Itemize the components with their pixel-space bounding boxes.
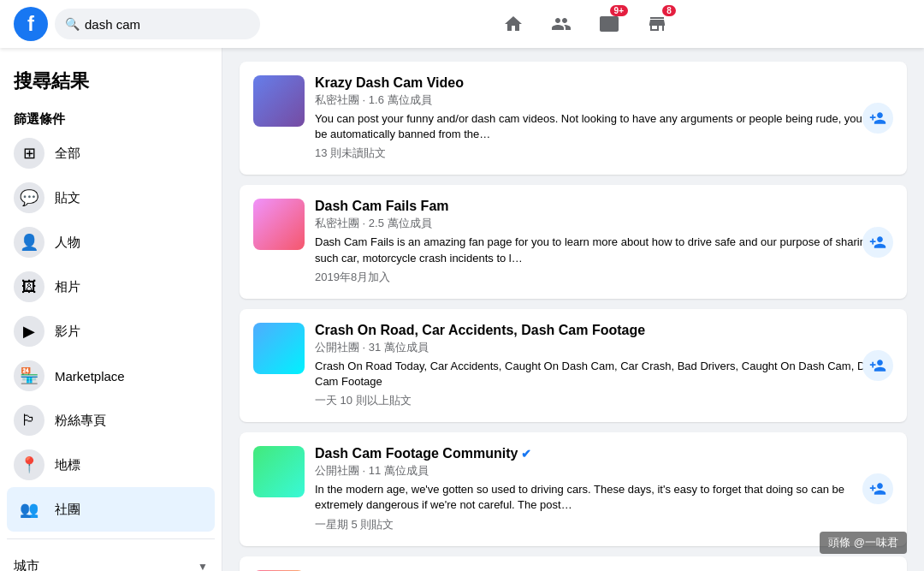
group-activity: 一星期 5 則貼文: [315, 517, 893, 532]
posts-label: 貼文: [55, 190, 80, 206]
photos-icon: 🖼: [14, 271, 44, 302]
all-label: 全部: [55, 146, 80, 162]
group-info: Krazy Dash Cam Video 私密社團 · 1.6 萬位成員 You…: [315, 75, 893, 161]
sidebar-title: 搜尋結果: [7, 62, 215, 104]
group-result-card: Krazy Dash Cam Video 私密社團 · 1.6 萬位成員 You…: [240, 62, 907, 175]
watch-badge: 9+: [610, 5, 628, 16]
videos-label: 影片: [55, 324, 80, 340]
sidebar-item-groups[interactable]: 👥 社團: [7, 487, 215, 532]
search-icon: 🔍: [65, 17, 80, 31]
group-description: Crash On Road Today, Car Accidents, Caug…: [315, 359, 893, 390]
nav-center: 9+ 8: [260, 3, 910, 45]
group-name: Crash On Road, Car Accidents, Dash Cam F…: [315, 323, 893, 338]
search-results-area: Krazy Dash Cam Video 私密社團 · 1.6 萬位成員 You…: [222, 48, 924, 571]
group-result-card: Dash Cam Fails Fam 私密社團 · 2.5 萬位成員 Dash …: [240, 185, 907, 298]
videos-icon: ▶: [14, 316, 44, 347]
chevron-down-icon: ▼: [198, 561, 208, 572]
group-activity: 2019年8月加入: [315, 270, 893, 285]
verified-icon: ✔: [521, 447, 531, 461]
pages-label: 粉絲專頁: [55, 413, 106, 429]
group-meta: 公開社團 · 11 萬位成員: [315, 463, 893, 479]
photos-label: 相片: [55, 279, 80, 295]
group-info: Dash Cam Fails Fam 私密社團 · 2.5 萬位成員 Dash …: [315, 199, 893, 284]
group-meta: 公開社團 · 31 萬位成員: [315, 340, 893, 355]
sidebar-item-pages[interactable]: 🏳 粉絲專頁: [7, 398, 215, 443]
marketplace-nav-button[interactable]: 8: [637, 3, 678, 45]
join-group-button[interactable]: [862, 350, 893, 381]
group-activity: 一天 10 則以上貼文: [315, 393, 893, 408]
pages-icon: 🏳: [14, 405, 44, 436]
groups-icon: 👥: [14, 494, 44, 525]
group-result-card: Crash On Road, Car Accidents, Dash Cam F…: [240, 309, 907, 422]
facebook-logo[interactable]: f: [14, 7, 48, 41]
home-nav-button[interactable]: [493, 3, 534, 45]
main-layout: 搜尋結果 篩選條件 ⊞ 全部 💬 貼文 👤 人物 🖼 相片 ▶ 影片 🏪 Mar…: [0, 48, 924, 571]
places-icon: 📍: [14, 449, 44, 480]
group-description: You can post your funny and/or dash cam …: [315, 111, 893, 142]
people-label: 人物: [55, 235, 80, 251]
filter-title: 篩選條件: [7, 104, 215, 131]
group-avatar: [253, 323, 305, 374]
group-result-card: Dash Cam Footage Community✔ 公開社團 · 11 萬位…: [240, 432, 907, 545]
search-input[interactable]: dash cam: [85, 17, 247, 32]
group-description: In the modern age, we've gotten so used …: [315, 482, 893, 513]
results-container: Krazy Dash Cam Video 私密社團 · 1.6 萬位成員 You…: [240, 62, 907, 571]
top-navigation: f 🔍 dash cam 9+ 8: [0, 0, 924, 48]
watch-nav-button[interactable]: 9+: [589, 3, 630, 45]
sidebar-item-marketplace[interactable]: 🏪 Marketplace: [7, 354, 215, 398]
sidebar-item-places[interactable]: 📍 地標: [7, 443, 215, 487]
join-group-button[interactable]: [862, 227, 893, 258]
sidebar-item-all[interactable]: ⊞ 全部: [7, 131, 215, 175]
marketplace-icon: 🏪: [14, 360, 44, 391]
group-name: Dash Cam Footage Community✔: [315, 446, 893, 461]
group-avatar: [253, 75, 305, 127]
places-label: 地標: [55, 457, 80, 473]
group-description: Dash Cam Fails is an amazing fan page fo…: [315, 235, 893, 265]
sidebar: 搜尋結果 篩選條件 ⊞ 全部 💬 貼文 👤 人物 🖼 相片 ▶ 影片 🏪 Mar…: [0, 48, 222, 571]
join-group-button[interactable]: [862, 473, 893, 504]
marketplace-badge: 8: [662, 5, 676, 16]
group-activity: 13 則未讀貼文: [315, 146, 893, 161]
sidebar-item-people[interactable]: 👤 人物: [7, 220, 215, 265]
sidebar-divider: [7, 538, 215, 539]
friends-nav-button[interactable]: [541, 3, 582, 45]
city-row[interactable]: 城市 ▼: [14, 553, 208, 571]
group-result-card: CCTV CAM N' ACCESSORIES FOR SALE 公開社團 · …: [240, 556, 907, 572]
group-avatar: [253, 446, 305, 497]
sidebar-item-videos[interactable]: ▶ 影片: [7, 309, 215, 354]
search-box[interactable]: 🔍 dash cam: [55, 9, 260, 39]
posts-icon: 💬: [14, 182, 44, 213]
city-label: 城市: [14, 558, 39, 571]
sidebar-item-photos[interactable]: 🖼 相片: [7, 265, 215, 309]
groups-label: 社團: [55, 502, 80, 518]
sidebar-item-posts[interactable]: 💬 貼文: [7, 175, 215, 220]
group-meta: 私密社團 · 2.5 萬位成員: [315, 216, 893, 231]
group-name: Dash Cam Fails Fam: [315, 199, 893, 214]
group-meta: 私密社團 · 1.6 萬位成員: [315, 92, 893, 108]
people-icon: 👤: [14, 227, 44, 258]
marketplace-label: Marketplace: [55, 369, 125, 384]
join-group-button[interactable]: [862, 103, 893, 134]
group-name: Krazy Dash Cam Video: [315, 75, 893, 91]
all-icon: ⊞: [14, 138, 44, 169]
group-avatar: [253, 199, 305, 250]
groups-filters: 城市 ▼ 公開社團 我的社團: [7, 546, 215, 571]
group-info: Dash Cam Footage Community✔ 公開社團 · 11 萬位…: [315, 446, 893, 532]
group-info: Crash On Road, Car Accidents, Dash Cam F…: [315, 323, 893, 408]
